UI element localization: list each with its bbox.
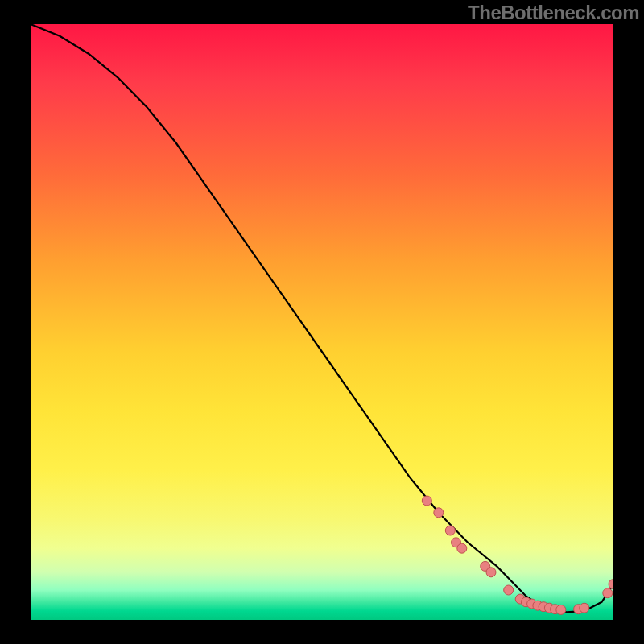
bottleneck-curve <box>31 24 613 612</box>
data-point-marker <box>434 508 444 518</box>
data-point-marker <box>603 588 613 598</box>
data-point-marker <box>422 496 431 506</box>
data-point-marker <box>580 603 589 613</box>
watermark-text: TheBottleneck.com <box>468 2 639 24</box>
data-markers <box>422 496 613 614</box>
data-point-marker <box>504 585 514 595</box>
chart-svg <box>31 24 613 620</box>
data-point-marker <box>609 580 613 589</box>
data-point-marker <box>486 568 496 577</box>
data-point-marker <box>556 605 566 614</box>
data-point-marker <box>445 526 455 535</box>
curve-line <box>31 24 613 612</box>
data-point-marker <box>457 543 467 553</box>
